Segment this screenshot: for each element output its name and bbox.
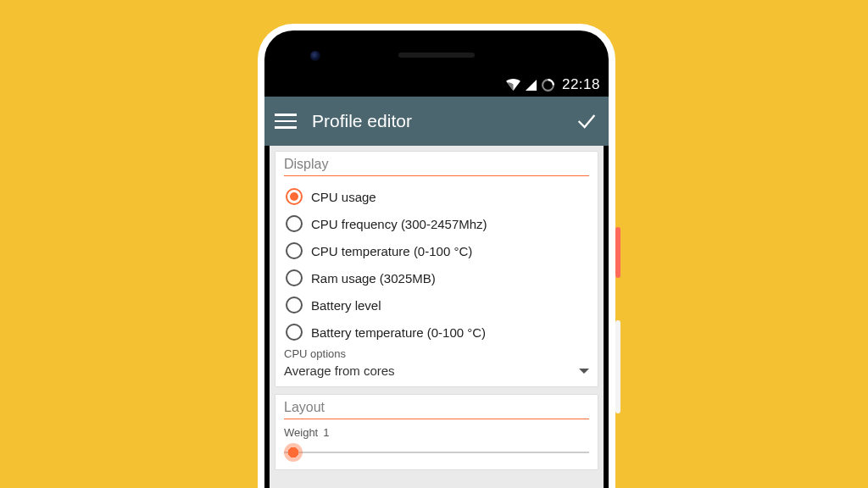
radio-battery-temperature[interactable]: Battery temperature (0-100 °C) xyxy=(284,319,589,346)
cell-signal-icon xyxy=(525,79,537,92)
radio-cpu-usage[interactable]: CPU usage xyxy=(284,183,589,210)
display-section-title: Display xyxy=(284,157,589,176)
display-card: Display CPU usage CPU frequency (300-245… xyxy=(275,151,598,387)
appbar: Profile editor xyxy=(264,97,609,146)
slider-track xyxy=(284,452,589,453)
statusbar-clock: 22:18 xyxy=(562,76,600,93)
weight-slider[interactable] xyxy=(284,442,589,463)
chevron-down-icon xyxy=(579,369,589,374)
radio-icon xyxy=(286,324,303,341)
speaker-grille xyxy=(398,53,475,58)
hamburger-icon[interactable] xyxy=(275,114,297,129)
confirm-check-icon[interactable] xyxy=(575,109,598,133)
android-statusbar: 22:18 xyxy=(264,73,609,97)
radio-icon xyxy=(286,188,303,205)
weight-value: 1 xyxy=(323,426,329,439)
power-button[interactable] xyxy=(615,227,620,278)
radio-icon xyxy=(286,242,303,259)
phone-screen: 22:18 Profile editor Display CPU usage xyxy=(264,30,609,488)
front-camera xyxy=(310,51,320,61)
radio-label: Ram usage (3025MB) xyxy=(311,271,436,286)
layout-card: Layout Weight 1 xyxy=(275,394,598,470)
dropdown-value: Average from cores xyxy=(284,363,395,378)
slider-thumb[interactable] xyxy=(284,443,303,462)
volume-button[interactable] xyxy=(615,320,620,413)
radio-icon xyxy=(286,269,303,286)
radio-icon xyxy=(286,297,303,313)
radio-ram-usage[interactable]: Ram usage (3025MB) xyxy=(284,264,589,291)
radio-label: CPU usage xyxy=(311,190,376,204)
cpu-options-dropdown[interactable]: Average from cores xyxy=(284,360,589,380)
appbar-title: Profile editor xyxy=(312,111,575,131)
radio-cpu-temperature[interactable]: CPU temperature (0-100 °C) xyxy=(284,237,589,264)
content-area: Display CPU usage CPU frequency (300-245… xyxy=(270,146,604,488)
radio-label: CPU frequency (300-2457Mhz) xyxy=(311,217,487,231)
radio-icon xyxy=(286,215,303,232)
radio-battery-level[interactable]: Battery level xyxy=(284,291,589,319)
layout-section-title: Layout xyxy=(284,400,589,419)
loading-spinner-icon xyxy=(541,78,555,92)
cpu-options-label: CPU options xyxy=(284,347,589,360)
weight-label-row: Weight 1 xyxy=(284,426,589,439)
radio-label: Battery level xyxy=(311,298,381,313)
radio-label: Battery temperature (0-100 °C) xyxy=(311,325,486,340)
weight-label: Weight xyxy=(284,426,318,439)
radio-label: CPU temperature (0-100 °C) xyxy=(311,244,472,258)
wifi-icon xyxy=(505,79,521,92)
phone-frame: 22:18 Profile editor Display CPU usage xyxy=(258,24,615,488)
radio-cpu-frequency[interactable]: CPU frequency (300-2457Mhz) xyxy=(284,210,589,237)
